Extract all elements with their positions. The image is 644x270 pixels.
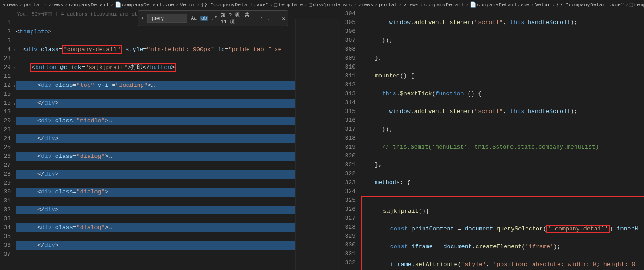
breadcrumb[interactable]: Vetur — [535, 2, 551, 8]
line-number: 313 — [340, 89, 355, 98]
breadcrumbs-right[interactable]: src› views› portal› views› companyDetail… — [340, 0, 644, 9]
find-input[interactable] — [147, 14, 187, 23]
element-icon: ⬚ — [309, 1, 312, 8]
line-number: 2 — [0, 28, 11, 36]
line-number: 19 — [0, 108, 11, 117]
breadcrumb[interactable]: portal — [24, 2, 42, 8]
line-number: 325 — [340, 196, 355, 205]
line-number: 322 — [340, 169, 355, 178]
line-number: 28 — [0, 170, 11, 179]
code-content-left[interactable]: <template> <div class="company-detail" s… — [16, 19, 295, 270]
breadcrumb[interactable]: src — [343, 2, 352, 8]
line-number: 319 — [340, 143, 355, 152]
line-number: 316 — [340, 116, 355, 125]
line-number: 30 — [0, 188, 11, 197]
find-status: 第 ? 项，共 11 项 — [221, 12, 256, 25]
line-number: 15 — [0, 90, 11, 99]
line-number: 318 — [340, 134, 355, 143]
breadcrumb[interactable]: views — [403, 2, 419, 8]
breadcrumb[interactable]: portal — [379, 2, 397, 8]
line-number: 12› — [0, 81, 11, 90]
line-number: 309 — [340, 54, 355, 63]
line-number: 332 — [340, 258, 355, 267]
breadcrumb[interactable]: companyDetail — [69, 2, 109, 8]
regex-button[interactable]: .* — [211, 16, 218, 21]
editor-pane-left: views› portal› views› companyDetail› 📄 c… — [0, 0, 340, 270]
breadcrumb[interactable]: companyDetail.vue — [477, 2, 529, 8]
breadcrumbs-left[interactable]: views› portal› views› companyDetail› 📄 c… — [0, 0, 340, 9]
line-number: 311 — [340, 72, 355, 81]
fold-icon[interactable]: › — [13, 64, 16, 73]
line-number: 308 — [340, 45, 355, 54]
breadcrumb[interactable]: template — [278, 2, 303, 8]
line-number: 327 — [340, 214, 355, 223]
line-number: 24 — [0, 134, 11, 143]
breadcrumb[interactable]: companyDetail — [424, 2, 465, 8]
breadcrumb[interactable]: views — [48, 2, 64, 8]
line-number: 36 — [0, 241, 11, 250]
line-number: 314 — [340, 98, 355, 107]
line-number: 329 — [340, 232, 355, 241]
line-number: 29 — [0, 179, 11, 188]
breadcrumb[interactable]: companyDetail.vue — [122, 2, 174, 8]
line-number: 27 — [0, 161, 11, 170]
find-widget[interactable]: › Aa ab .* 第 ? 项，共 11 项 ↑ ↓ ≡ ✕ — [138, 10, 288, 26]
line-number: 312 — [340, 81, 355, 89]
close-icon[interactable]: ✕ — [281, 16, 286, 21]
prev-match-icon[interactable]: ↑ — [259, 16, 264, 21]
breadcrumb[interactable]: views — [358, 2, 374, 8]
breadcrumb[interactable]: {} "companyDetail.vue" — [201, 2, 269, 8]
match-word-button[interactable]: ab — [200, 16, 208, 21]
line-number: 317 — [340, 125, 355, 134]
editor-pane-right: src› views› portal› views› companyDetail… — [340, 0, 644, 270]
line-number: 324 — [340, 187, 355, 196]
line-number: 23 — [0, 125, 11, 134]
line-gutter: 304 305 306 307 308 309 310 311 312 313 … — [340, 9, 361, 270]
line-number: 323 — [340, 178, 355, 187]
line-number: 25 — [0, 143, 11, 152]
line-number: 1 — [0, 19, 11, 28]
line-number: 26 — [0, 152, 11, 161]
find-toggle-icon[interactable]: › — [140, 16, 145, 21]
breadcrumb[interactable]: Vetur — [180, 2, 196, 8]
next-match-icon[interactable]: ↓ — [266, 16, 271, 21]
vue-file-icon: 📄 — [115, 1, 121, 8]
line-number: 20› — [0, 117, 11, 125]
breadcrumb[interactable]: {} "companyDetail.vue" — [556, 2, 624, 8]
line-number: 4› — [0, 45, 11, 54]
line-number: 330 — [340, 241, 355, 250]
template-icon: ⬚ — [630, 1, 633, 8]
line-number: 305 — [340, 18, 355, 27]
line-number: 11 — [0, 72, 11, 81]
find-in-selection-icon[interactable]: ≡ — [274, 16, 279, 21]
line-number: 306 — [340, 27, 355, 36]
line-number: 35 — [0, 232, 11, 241]
line-number: 31 — [0, 197, 11, 206]
match-case-button[interactable]: Aa — [190, 16, 198, 21]
code-content-right[interactable]: window.addEventListener("scroll", this.h… — [361, 9, 644, 270]
line-number: 307 — [340, 36, 355, 45]
line-number: 32 — [0, 206, 11, 214]
line-gutter: 1 2 3 4› 28 29› 11 12› 15 16› 19 20› 23 … — [0, 19, 16, 270]
breadcrumb[interactable]: div#pride_tab_fixed.company-d... — [313, 2, 340, 8]
template-icon: ⬚ — [274, 1, 277, 8]
breadcrumb[interactable]: template — [634, 2, 644, 8]
minimap-left[interactable] — [295, 19, 340, 270]
line-number: 29› — [0, 63, 11, 72]
editor-area-left[interactable]: 1 2 3 4› 28 29› 11 12› 15 16› 19 20› 23 … — [0, 19, 340, 270]
breadcrumb[interactable]: views — [3, 2, 18, 8]
line-number: 331 — [340, 250, 355, 258]
fold-icon[interactable]: › — [13, 82, 16, 91]
vue-file-icon: 📄 — [470, 1, 476, 8]
line-number: 328 — [340, 223, 355, 232]
line-number: 321 — [340, 161, 355, 169]
fold-icon[interactable]: › — [13, 46, 16, 55]
fold-icon[interactable]: › — [13, 117, 16, 126]
line-number: 320 — [340, 152, 355, 161]
line-number: 315 — [340, 107, 355, 116]
line-number: 304 — [340, 9, 355, 18]
line-number: 16› — [0, 99, 11, 108]
fold-icon[interactable]: › — [13, 100, 16, 109]
editor-area-right[interactable]: 304 305 306 307 308 309 310 311 312 313 … — [340, 9, 644, 270]
line-number: 326 — [340, 205, 355, 214]
